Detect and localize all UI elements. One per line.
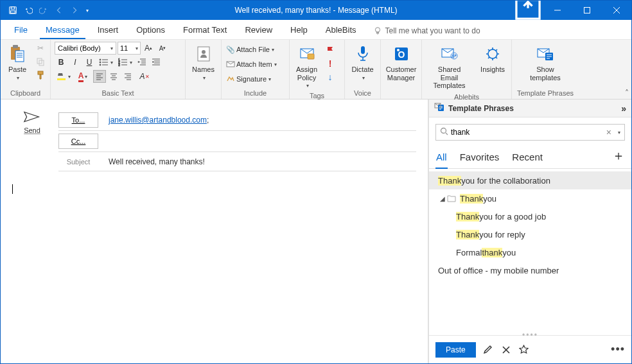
- search-dropdown-icon[interactable]: ▾: [615, 130, 620, 135]
- template-folder[interactable]: ◢ Thank you: [429, 189, 631, 207]
- align-center-icon[interactable]: [107, 70, 120, 83]
- pane-tab-all[interactable]: All: [435, 148, 448, 169]
- tab-format-text[interactable]: Format Text: [177, 21, 233, 39]
- template-item[interactable]: Thank you for the collaboration: [429, 171, 631, 189]
- forward-icon[interactable]: [67, 3, 82, 17]
- expand-pane-icon[interactable]: »: [621, 103, 626, 114]
- signature-button[interactable]: Signature▾: [225, 73, 277, 85]
- show-templates-button[interactable]: Show templates: [527, 42, 563, 83]
- increase-indent-icon[interactable]: [150, 56, 162, 69]
- insights-button[interactable]: Insights: [478, 42, 507, 76]
- subject-value[interactable]: Well received, many thanks!: [109, 157, 205, 166]
- tree-collapse-icon[interactable]: ◢: [438, 195, 447, 202]
- template-item[interactable]: Thank you for reply: [429, 225, 631, 243]
- font-name-selector[interactable]: Calibri (Body)▾: [55, 42, 116, 55]
- low-importance-icon[interactable]: ↓: [324, 71, 337, 83]
- group-names-label: [189, 88, 217, 99]
- clipboard-small-buttons: ✂: [34, 42, 47, 82]
- tab-help[interactable]: Help: [285, 21, 313, 39]
- attach-file-button[interactable]: 📎Attach File▾: [225, 43, 277, 56]
- highlight-icon[interactable]: ▾: [55, 70, 73, 83]
- paste-template-button[interactable]: Paste: [435, 342, 476, 358]
- pane-tab-recent[interactable]: Recent: [511, 148, 543, 168]
- minimize-button[interactable]: [543, 1, 572, 20]
- maximize-button[interactable]: [572, 1, 602, 20]
- italic-icon[interactable]: I: [69, 56, 82, 69]
- assign-policy-button[interactable]: Assign Policy▾: [294, 42, 320, 91]
- shared-email-templates-button[interactable]: Shared Email Templates: [426, 42, 473, 92]
- font-size-selector[interactable]: 11▾: [118, 42, 141, 55]
- grow-font-icon[interactable]: A▴: [142, 42, 155, 55]
- svg-text:3: 3: [118, 63, 120, 67]
- collapse-ribbon-icon[interactable]: ˄: [625, 89, 629, 98]
- paste-button[interactable]: Paste ▾: [4, 42, 30, 83]
- align-right-icon[interactable]: [121, 70, 134, 83]
- dictate-label: Dictate: [351, 65, 373, 74]
- ribbon-display-options-icon[interactable]: [513, 1, 543, 20]
- underline-icon[interactable]: U: [83, 56, 96, 69]
- svg-point-18: [100, 59, 101, 60]
- redo-icon[interactable]: [37, 3, 51, 17]
- chevron-down-icon: ▾: [130, 60, 132, 65]
- cc-button[interactable]: Cc...: [58, 134, 98, 149]
- chevron-down-icon: ▾: [272, 47, 274, 53]
- resize-grip-icon[interactable]: ••••: [522, 331, 538, 340]
- tab-ablebits[interactable]: AbleBits: [320, 21, 362, 39]
- bullets-icon[interactable]: ▾: [97, 56, 115, 69]
- template-item[interactable]: Formal thank you: [429, 243, 631, 261]
- dictate-button[interactable]: Dictate ▾: [349, 42, 376, 83]
- group-clipboard: Paste ▾ ✂ Clipboard: [1, 40, 51, 99]
- svg-point-22: [100, 64, 101, 65]
- pane-tab-favorites[interactable]: Favorites: [459, 148, 500, 168]
- attach-item-button[interactable]: Attach Item▾: [225, 58, 277, 71]
- numbering-icon[interactable]: 123▾: [116, 56, 134, 69]
- template-item[interactable]: Out of office - my mobile number: [429, 261, 631, 279]
- format-painter-icon[interactable]: [34, 69, 47, 82]
- svg-point-59: [397, 49, 399, 51]
- template-list: Thank you for the collaboration ◢ Thank …: [429, 169, 631, 335]
- paperclip-icon: 📎: [225, 44, 236, 55]
- text-cursor: [12, 184, 13, 194]
- template-item[interactable]: Thank you for a good job: [429, 207, 631, 225]
- favorite-template-icon[interactable]: [518, 344, 530, 356]
- signature-icon: [225, 74, 236, 84]
- to-button[interactable]: To...: [58, 112, 98, 128]
- subject-label: Subject: [58, 158, 98, 166]
- more-options-icon[interactable]: •••: [611, 343, 625, 356]
- follow-up-flag-icon[interactable]: [324, 44, 337, 56]
- close-button[interactable]: [602, 1, 631, 20]
- font-size-value: 11: [120, 44, 128, 52]
- add-template-icon[interactable]: ＋: [612, 147, 625, 168]
- customer-manager-button[interactable]: O Customer Manager: [383, 42, 419, 83]
- tab-options[interactable]: Options: [130, 21, 171, 39]
- group-include-label: Include: [225, 88, 285, 99]
- tell-me-search[interactable]: Tell me what you want to do: [373, 26, 480, 39]
- search-icon: [440, 127, 448, 137]
- font-color-icon[interactable]: A▾: [74, 70, 92, 83]
- save-icon[interactable]: [6, 3, 20, 17]
- high-importance-icon[interactable]: !: [324, 57, 337, 70]
- delete-template-icon[interactable]: [500, 344, 512, 356]
- tab-insert[interactable]: Insert: [92, 21, 125, 39]
- to-value[interactable]: jane.willis@artandblood.com: [109, 116, 207, 125]
- edit-template-icon[interactable]: [482, 344, 494, 356]
- decrease-indent-icon[interactable]: [136, 56, 148, 69]
- undo-icon[interactable]: [21, 3, 35, 17]
- search-box[interactable]: × ▾: [435, 124, 625, 141]
- clear-formatting-icon[interactable]: A✕: [136, 70, 154, 83]
- tab-message[interactable]: Message: [40, 21, 85, 39]
- tab-file[interactable]: File: [8, 21, 33, 39]
- copy-icon[interactable]: [34, 55, 47, 68]
- shrink-font-icon[interactable]: A▾: [156, 42, 169, 55]
- align-left-icon[interactable]: [93, 70, 106, 83]
- search-input[interactable]: [451, 128, 604, 137]
- cut-icon[interactable]: ✂: [34, 42, 47, 55]
- send-button[interactable]: Send: [12, 110, 52, 171]
- names-button[interactable]: Names ▾: [189, 42, 217, 83]
- qat-dropdown-icon[interactable]: ▾: [83, 3, 92, 17]
- message-body[interactable]: [1, 175, 428, 363]
- back-icon[interactable]: [52, 3, 66, 17]
- tab-review[interactable]: Review: [239, 21, 278, 39]
- clear-search-icon[interactable]: ×: [606, 127, 611, 137]
- bold-icon[interactable]: B: [55, 56, 67, 69]
